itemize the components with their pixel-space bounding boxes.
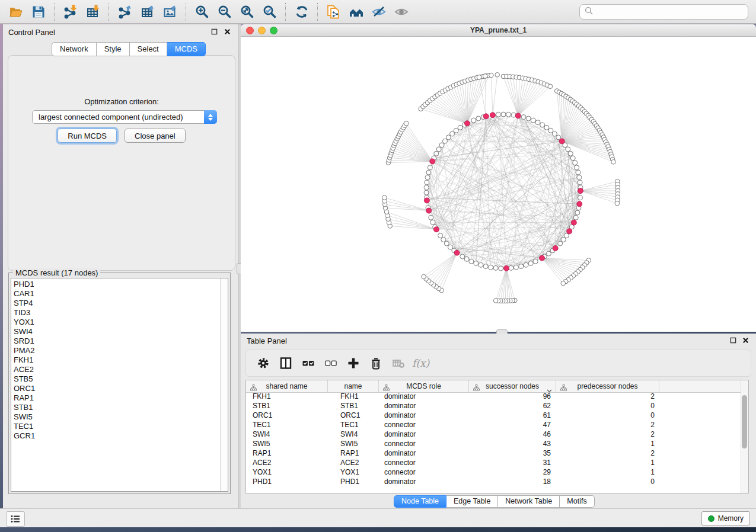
table-row[interactable]: RAP1RAP1dominator352 bbox=[246, 449, 741, 459]
mcds-result-item[interactable]: TID3 bbox=[14, 308, 35, 318]
table-row[interactable]: YOX1YOX1connector291 bbox=[246, 468, 741, 477]
tab-select[interactable]: Select bbox=[130, 42, 167, 56]
cell-successor-nodes[interactable]: 18 bbox=[469, 477, 556, 487]
zoom-out-button[interactable] bbox=[214, 2, 235, 22]
table-settings-gear-button[interactable] bbox=[254, 354, 272, 373]
mcds-result-item[interactable]: PMA2 bbox=[14, 346, 35, 355]
cell-name[interactable]: SWI5 bbox=[328, 440, 379, 449]
cell-predecessor-nodes[interactable]: 2 bbox=[556, 421, 659, 430]
network-window-titlebar[interactable]: YPA_prune.txt_1 bbox=[241, 24, 756, 37]
zoom-selected-button[interactable] bbox=[259, 2, 280, 22]
cell-successor-nodes[interactable]: 96 bbox=[469, 392, 556, 402]
table-scrollbar-thumb[interactable] bbox=[742, 395, 747, 448]
mcds-result-item[interactable]: ACE2 bbox=[14, 365, 35, 374]
cell-successor-nodes[interactable]: 31 bbox=[469, 459, 556, 468]
task-history-button[interactable] bbox=[6, 511, 25, 527]
cell-name[interactable]: RAP1 bbox=[328, 449, 379, 459]
close-panel-button[interactable]: Close panel bbox=[125, 129, 186, 143]
tab-network-table[interactable]: Network Table bbox=[498, 495, 560, 508]
mcds-result-item[interactable]: YOX1 bbox=[14, 318, 35, 327]
cell-name[interactable]: PHD1 bbox=[328, 477, 379, 487]
open-button[interactable] bbox=[5, 2, 27, 22]
cell-shared-name[interactable]: TEC1 bbox=[246, 421, 328, 430]
mcds-result-item[interactable]: SWI5 bbox=[14, 412, 35, 422]
cell-mcds-role[interactable]: dominator bbox=[379, 402, 469, 411]
cell-shared-name[interactable]: PHD1 bbox=[246, 477, 328, 487]
cell-mcds-role[interactable]: connector bbox=[379, 459, 469, 468]
cell-successor-nodes[interactable]: 29 bbox=[469, 468, 556, 477]
search-box[interactable] bbox=[579, 4, 748, 20]
cell-shared-name[interactable]: FKH1 bbox=[246, 392, 328, 402]
mcds-result-item[interactable]: STP4 bbox=[14, 299, 35, 308]
mcds-result-item[interactable]: PHD1 bbox=[14, 280, 35, 289]
cell-mcds-role[interactable]: dominator bbox=[379, 411, 469, 421]
column-header-successor-nodes[interactable]: successor nodes bbox=[469, 380, 556, 392]
table-scrollbar[interactable] bbox=[741, 380, 748, 493]
cell-mcds-role[interactable]: dominator bbox=[379, 392, 469, 402]
mcds-result-item[interactable]: FKH1 bbox=[14, 355, 35, 365]
cell-predecessor-nodes[interactable]: 2 bbox=[556, 449, 659, 459]
show-all-button[interactable] bbox=[391, 2, 412, 22]
refresh-button[interactable] bbox=[291, 2, 312, 22]
zoom-fit-button[interactable] bbox=[237, 2, 258, 22]
table-row[interactable]: STB1STB1dominator620 bbox=[246, 402, 741, 411]
cell-shared-name[interactable]: RAP1 bbox=[246, 449, 328, 459]
delete-button[interactable] bbox=[367, 354, 385, 373]
close-table-panel-icon[interactable] bbox=[741, 336, 749, 344]
save-button[interactable] bbox=[28, 2, 49, 22]
cell-successor-nodes[interactable]: 46 bbox=[469, 430, 556, 440]
cell-name[interactable]: STB1 bbox=[328, 402, 379, 411]
tab-node-table[interactable]: Node Table bbox=[394, 495, 446, 508]
cell-shared-name[interactable]: SWI4 bbox=[246, 430, 328, 440]
close-panel-icon[interactable] bbox=[223, 27, 231, 36]
tab-mcds[interactable]: MCDS bbox=[167, 42, 206, 56]
cell-name[interactable]: ACE2 bbox=[328, 459, 379, 468]
tab-edge-table[interactable]: Edge Table bbox=[446, 495, 498, 508]
cell-name[interactable]: ORC1 bbox=[328, 411, 379, 421]
cell-name[interactable]: TEC1 bbox=[328, 421, 379, 430]
toggle-columns-button[interactable] bbox=[277, 354, 295, 373]
cell-predecessor-nodes[interactable]: 1 bbox=[556, 459, 659, 468]
mcds-result-item[interactable]: GCR1 bbox=[14, 431, 35, 441]
zoom-in-button[interactable] bbox=[192, 2, 213, 22]
tab-motifs[interactable]: Motifs bbox=[560, 495, 594, 508]
cell-shared-name[interactable]: ORC1 bbox=[246, 411, 328, 421]
search-input[interactable] bbox=[596, 7, 748, 17]
tab-style[interactable]: Style bbox=[97, 42, 130, 56]
cell-predecessor-nodes[interactable]: 0 bbox=[556, 477, 659, 487]
table-row[interactable]: SWI5SWI5connector431 bbox=[246, 440, 741, 449]
first-neighbors-button[interactable] bbox=[346, 2, 367, 22]
table-row[interactable]: SWI4SWI4dominator462 bbox=[246, 430, 741, 440]
cell-predecessor-nodes[interactable]: 2 bbox=[556, 430, 659, 440]
cell-successor-nodes[interactable]: 61 bbox=[469, 411, 556, 421]
cell-shared-name[interactable]: YOX1 bbox=[246, 468, 328, 477]
cell-mcds-role[interactable]: connector bbox=[379, 468, 469, 477]
export-image-button[interactable] bbox=[160, 2, 181, 22]
result-list-scrollbar[interactable] bbox=[220, 278, 228, 491]
optimization-criterion-select[interactable]: largest connected component (undirected) bbox=[32, 110, 217, 124]
cell-name[interactable]: SWI4 bbox=[328, 430, 379, 440]
table-row[interactable]: ORC1ORC1dominator610 bbox=[246, 411, 741, 421]
cell-successor-nodes[interactable]: 43 bbox=[469, 440, 556, 449]
mcds-result-item[interactable]: STB5 bbox=[14, 374, 35, 384]
column-header-name[interactable]: name bbox=[328, 380, 379, 392]
column-header-mcds-role[interactable]: MCDS role bbox=[379, 380, 469, 392]
cell-predecessor-nodes[interactable]: 0 bbox=[556, 402, 659, 411]
cell-mcds-role[interactable]: dominator bbox=[379, 449, 469, 459]
new-network-from-selection-button[interactable] bbox=[323, 2, 344, 22]
table-row[interactable]: FKH1FKH1dominator962 bbox=[246, 392, 741, 402]
import-table-button[interactable] bbox=[82, 2, 104, 22]
mcds-result-item[interactable]: ORC1 bbox=[14, 384, 35, 393]
mcds-result-item[interactable]: RAP1 bbox=[14, 393, 35, 403]
hide-selected-button[interactable] bbox=[368, 2, 390, 22]
table-row[interactable]: PHD1PHD1dominator180 bbox=[246, 477, 741, 487]
cell-predecessor-nodes[interactable]: 2 bbox=[556, 392, 659, 402]
cell-successor-nodes[interactable]: 35 bbox=[469, 449, 556, 459]
cell-successor-nodes[interactable]: 62 bbox=[469, 402, 556, 411]
network-graph[interactable] bbox=[241, 37, 756, 332]
table-row[interactable]: TEC1TEC1connector472 bbox=[246, 421, 741, 430]
mcds-result-item[interactable]: CAR1 bbox=[14, 289, 35, 299]
select-all-button[interactable] bbox=[299, 354, 317, 373]
network-view[interactable] bbox=[241, 37, 756, 332]
cell-mcds-role[interactable]: dominator bbox=[379, 430, 469, 440]
